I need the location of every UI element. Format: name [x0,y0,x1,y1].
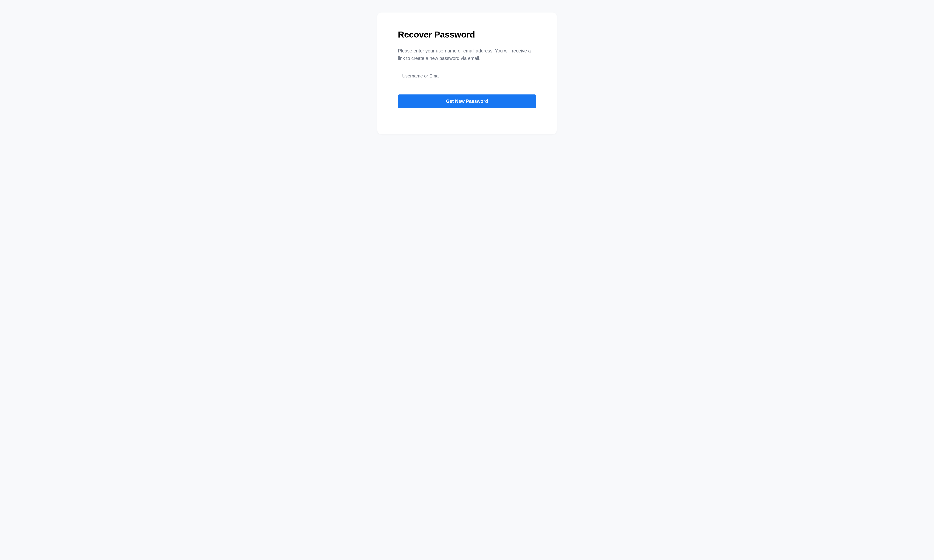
page-title: Recover Password [398,29,536,40]
instructions-text: Please enter your username or email addr… [398,47,536,62]
recover-password-card: Recover Password Please enter your usern… [377,12,557,134]
username-email-input[interactable] [398,69,536,83]
divider [398,117,536,117]
get-new-password-button[interactable]: Get New Password [398,94,536,108]
